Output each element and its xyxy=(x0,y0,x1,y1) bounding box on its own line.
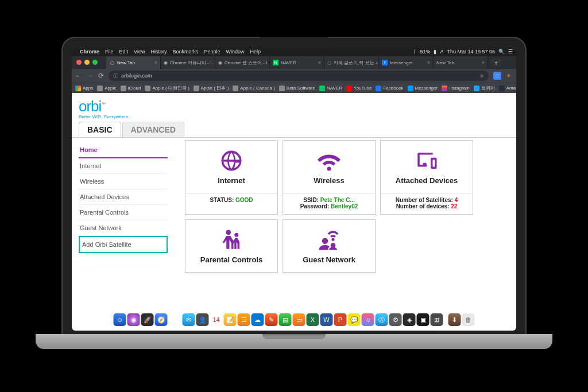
reload-button[interactable]: ⟳ xyxy=(98,72,104,80)
back-button[interactable]: ← xyxy=(75,72,82,80)
bookmark-item[interactable]: YouTube xyxy=(346,86,372,91)
tab-advanced[interactable]: ADVANCED xyxy=(122,122,184,137)
dock-notes-icon[interactable]: 📝 xyxy=(224,313,237,326)
menu-edit[interactable]: Edit xyxy=(119,49,129,55)
address-bar[interactable]: ⓘ orbilogin.com ☆ xyxy=(109,71,489,81)
browser-tab[interactable]: NNAVER× xyxy=(270,56,324,69)
bookmark-item[interactable]: Messenger xyxy=(408,86,438,91)
browser-tab[interactable]: fMessenger× xyxy=(379,56,434,69)
dock-pages-icon[interactable]: ✎ xyxy=(265,313,278,326)
bookmark-item[interactable]: Beta Software xyxy=(279,86,315,91)
dock-calendar-icon[interactable]: 14 xyxy=(210,313,223,326)
dock-music-icon[interactable]: ♫ xyxy=(362,313,374,326)
bookmark-item[interactable]: 트위터 xyxy=(474,85,495,91)
bookmark-item[interactable]: Apple ( 대한민국 ) xyxy=(145,85,189,91)
browser-toolbar: ← → ⟳ ⓘ orbilogin.com ☆ G ✳ xyxy=(72,69,516,83)
menu-people[interactable]: People xyxy=(204,49,220,55)
bookmark-star-icon[interactable]: ☆ xyxy=(479,73,484,79)
dock-reminders-icon[interactable]: ☰ xyxy=(238,313,250,326)
tab-close-icon[interactable]: × xyxy=(482,60,485,65)
window-controls[interactable] xyxy=(76,60,98,65)
facebook-icon xyxy=(376,86,381,91)
bookmark-item[interactable]: iCloud xyxy=(121,86,141,91)
browser-tab[interactable]: New Tab× xyxy=(434,56,488,69)
bookmark-item[interactable]: Apple ( 日本 ) xyxy=(194,85,229,91)
menu-view[interactable]: View xyxy=(134,49,145,55)
browser-tab[interactable]: ◌카페 글쓰기,책 쓰는 시티...× xyxy=(324,56,379,69)
dock-numbers-icon[interactable]: ▤ xyxy=(279,313,292,326)
notification-icon[interactable]: ☰ xyxy=(508,49,513,55)
menu-window[interactable]: Window xyxy=(226,49,244,55)
tab-close-icon[interactable]: × xyxy=(318,60,321,65)
window-minimize-icon[interactable] xyxy=(84,60,90,65)
card-parental-controls[interactable]: Parental Controls xyxy=(185,219,278,273)
bookmark-item[interactable]: Instagram xyxy=(442,86,470,91)
search-icon[interactable]: 🔍 xyxy=(498,49,505,55)
sidebar-item-guest-network[interactable]: Guest Network xyxy=(79,220,168,236)
dock-siri-icon[interactable]: ◉ xyxy=(127,313,140,326)
menu-help[interactable]: Help xyxy=(250,49,261,55)
tab-close-icon[interactable]: × xyxy=(427,60,430,65)
card-attached-devices[interactable]: Attached Devices Number of Satellites: 4… xyxy=(380,140,473,215)
bookmark-item[interactable]: NAVER xyxy=(319,86,342,91)
dock-appstore-icon[interactable]: Ⓐ xyxy=(376,313,388,326)
dock-contacts-icon[interactable]: 👤 xyxy=(196,313,209,326)
site-info-icon[interactable]: ⓘ xyxy=(113,72,118,80)
dock-app-icon[interactable]: ◈ xyxy=(403,313,416,326)
apple-icon xyxy=(233,86,238,91)
bookmark-item[interactable]: Facebook xyxy=(376,86,403,91)
dock-settings-icon[interactable]: ⚙ xyxy=(389,313,402,326)
bookmark-item[interactable]: Apps xyxy=(75,86,93,91)
password-value: Bentley02 xyxy=(331,203,358,209)
menu-history[interactable]: History xyxy=(150,49,167,55)
tab-basic[interactable]: BASIC xyxy=(79,122,121,137)
sidebar-item-parental-controls[interactable]: Parental Controls xyxy=(79,205,168,220)
dock-finder-icon[interactable]: ☺ xyxy=(114,313,126,326)
wifi-icon[interactable]: ⧙ xyxy=(413,49,416,55)
sidebar-item-add-satellite[interactable]: Add Orbi Satellite xyxy=(79,236,168,253)
dock-divider xyxy=(446,315,446,327)
card-title: Guest Network xyxy=(303,255,355,264)
forward-button[interactable]: → xyxy=(87,72,94,80)
bookmark-label: Apple xyxy=(105,86,116,91)
browser-tab[interactable]: ◌New Tab× xyxy=(106,56,161,69)
extension-icon[interactable]: G xyxy=(493,72,501,80)
youtube-icon xyxy=(346,86,352,91)
dock-keynote-icon[interactable]: ▭ xyxy=(293,313,305,326)
dock-launchpad-icon[interactable]: 🚀 xyxy=(141,313,154,326)
dock-excel-icon[interactable]: X xyxy=(307,313,319,326)
dock-kakaotalk-icon[interactable]: 💬 xyxy=(348,313,361,326)
menu-file[interactable]: File xyxy=(105,49,114,55)
browser-tab[interactable]: ◉Chrome 웹 스토어 - I...× xyxy=(215,56,270,69)
dock-trash-icon[interactable]: 🗑 xyxy=(462,313,475,326)
dock-powerpoint-icon[interactable]: P xyxy=(334,313,347,326)
app-name[interactable]: Chrome xyxy=(80,49,99,55)
window-close-icon[interactable] xyxy=(76,60,82,65)
extension-icon[interactable]: ✳ xyxy=(505,72,513,80)
bookmark-item[interactable]: Apple ( Canada ) xyxy=(233,86,274,91)
dock-word-icon[interactable]: W xyxy=(320,313,333,326)
dock-mail-icon[interactable]: ✉ xyxy=(183,313,195,326)
bookmark-item[interactable]: Amazon xyxy=(499,86,516,91)
language-icon[interactable]: A xyxy=(440,49,443,55)
bookmark-item[interactable]: Apple xyxy=(97,86,116,91)
card-guest-network[interactable]: Guest Network xyxy=(283,219,376,273)
window-maximize-icon[interactable] xyxy=(92,60,98,65)
card-wireless[interactable]: Wireless SSID: Pete The C... Password: B… xyxy=(283,140,376,215)
dock-app-icon[interactable]: ▣ xyxy=(417,313,430,326)
card-internet[interactable]: Internet STATUS: GOOD xyxy=(185,140,278,215)
sidebar-item-home[interactable]: Home xyxy=(79,142,168,158)
menu-bookmarks[interactable]: Bookmarks xyxy=(172,49,198,55)
browser-tab[interactable]: ◉Chrome 커뮤니티 - '...× xyxy=(161,56,215,69)
dock-app-icon[interactable]: ⊞ xyxy=(431,313,443,326)
dock-downloads-icon[interactable]: ⬇ xyxy=(448,313,461,326)
new-tab-button[interactable]: + xyxy=(490,58,502,67)
sidebar-item-internet[interactable]: Internet xyxy=(79,158,168,174)
dock-safari-icon[interactable]: 🧭 xyxy=(155,313,168,326)
bookmark-label: YouTube xyxy=(354,86,372,91)
dock-chrome-icon[interactable]: ◉ xyxy=(169,313,181,326)
sidebar-item-attached-devices[interactable]: Attached Devices xyxy=(79,189,168,205)
tab-close-icon[interactable]: × xyxy=(154,60,157,65)
sidebar-item-wireless[interactable]: Wireless xyxy=(79,174,168,189)
dock-onedrive-icon[interactable]: ☁ xyxy=(252,313,264,326)
